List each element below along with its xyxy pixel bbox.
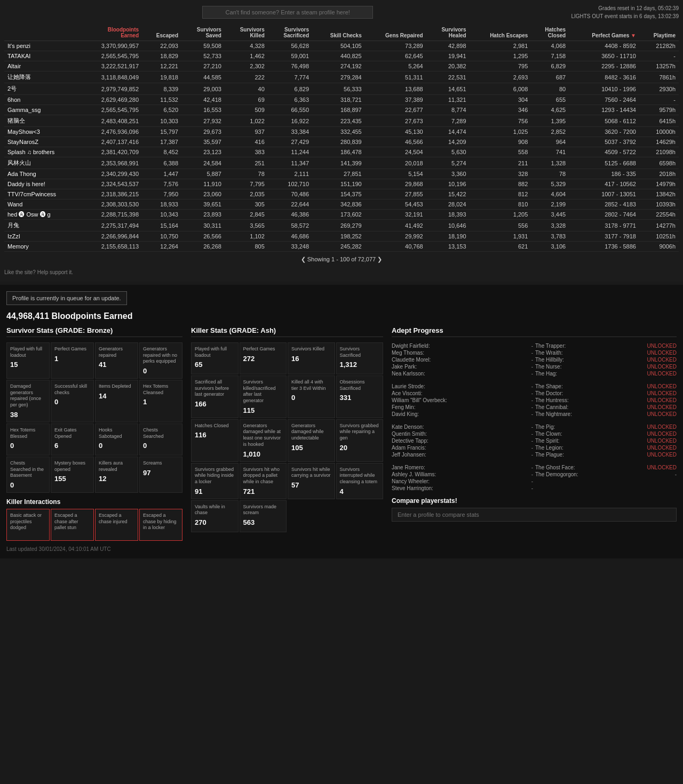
col-survivors-killed: SurvivorsKilled <box>225 25 268 41</box>
footer-support: Like the site? Help support it. <box>4 267 679 277</box>
stat-box: Chests Searched0 <box>139 423 182 455</box>
pagination: ❮ Showing 1 - 100 of 72,077 ❯ <box>4 252 679 267</box>
killer-stat-box: Survivors made scream563 <box>240 500 287 532</box>
killer-stat-box: Survivors hit who dropped a pallet while… <box>240 463 287 499</box>
col-escaped: Escaped <box>142 25 181 41</box>
survivor-stats-title: Survivor Stats (GRADE: Bronze) <box>6 326 182 337</box>
adept-survivor-row: Ace Visconti: - <box>392 390 533 397</box>
stat-box: Perfect Games1 <box>51 342 94 379</box>
stat-box: Mystery boxes opened155 <box>51 457 94 493</box>
killer-interactions-title: Killer Interactions <box>6 498 182 506</box>
last-updated: Last updated 30/01/2024, 04:10:01 AM UTC <box>6 546 182 552</box>
adept-survivor-row: Jeff Johansen: - <box>392 451 533 458</box>
killer-stats-col: Killer Stats (GRADE: Ash) Played with fu… <box>191 326 383 552</box>
col-hatch-escapes: Hatch Escapes <box>470 25 531 41</box>
adept-survivor-row: Nea Karlsson: - <box>392 370 533 377</box>
col-hatches-closed: HatchesClosed <box>531 25 569 41</box>
grades-line1: Grades reset in 12 days, 05:02:39 <box>571 4 679 12</box>
stat-box: Generators repaired41 <box>95 342 138 379</box>
compare-input[interactable] <box>392 508 677 522</box>
adept-title: Adept Progress <box>392 326 677 337</box>
table-row[interactable]: 6hon2,629,469,28011,53242,418696,363318,… <box>4 95 679 105</box>
adept-survivor-row: William "Bill" Overbeck: - <box>392 397 533 404</box>
search-input[interactable] <box>202 6 373 19</box>
survivor-stats-col: Survivor Stats (GRADE: Bronze) Played wi… <box>6 326 182 552</box>
col-survivors-sacrificed: SurvivorsSacrificed <box>268 25 312 41</box>
stat-box: Screams97 <box>139 457 182 493</box>
table-row[interactable]: 2号2,979,749,8528,33929,003406,82956,3331… <box>4 83 679 95</box>
stat-box: Generators repaired with no perks equipp… <box>139 342 182 379</box>
table-row[interactable]: hed 🅐 Osw 🅐 g2,288,715,39810,34323,8932,… <box>4 210 679 220</box>
col-survivors-saved: SurvivorsSaved <box>181 25 225 41</box>
table-row[interactable]: 月兔2,275,317,49415,16430,3113,56558,57226… <box>4 220 679 231</box>
leaderboard-section: Grades reset in 12 days, 05:02:39 LIGHTS… <box>0 0 683 282</box>
table-row[interactable]: TTV/7cmPwincess2,318,386,2157,95023,0602… <box>4 189 679 199</box>
adept-right: The Trapper: UNLOCKEDThe Wraith: UNLOCKE… <box>535 342 677 492</box>
stat-box: Killers aura revealed12 <box>95 457 138 493</box>
adept-survivor-row: Quentin Smith: - <box>392 430 533 437</box>
adept-survivor-row: Steve Harrington: - <box>392 485 533 492</box>
adept-grid: Dwight Fairfield: -Meg Thomas: -Claudett… <box>392 342 677 492</box>
killer-stat-box: Generators damaged while undetectable105 <box>288 419 335 462</box>
stat-box: Hex Totems Blessed0 <box>6 423 50 455</box>
adept-left: Dwight Fairfield: -Meg Thomas: -Claudett… <box>392 342 533 492</box>
adept-killer-row: The Shape: UNLOCKED <box>535 383 677 390</box>
adept-survivor-row: Feng Min: - <box>392 404 533 411</box>
adept-survivor-row: Nancy Wheeler: - <box>392 478 533 485</box>
adept-killer-row: The Wraith: UNLOCKED <box>535 349 677 356</box>
leaderboard-body: It's penzi3,370,990,95722,09359,5084,328… <box>4 41 679 252</box>
stat-box: Played with full loadout15 <box>6 342 50 379</box>
adept-killer-row: The Huntress: UNLOCKED <box>535 397 677 404</box>
interaction-box: Escaped a chase injured <box>95 509 138 541</box>
next-page[interactable]: ❯ <box>377 256 382 262</box>
table-row[interactable]: StayNarosZ2,407,137,41617,38735,59741627… <box>4 137 679 147</box>
killer-stat-box: Survivors hit while carrying a survivor5… <box>288 463 335 499</box>
table-row[interactable]: Gamma_ssg2,565,545,7956,52016,55350966,5… <box>4 105 679 115</box>
table-row[interactable]: 让她降落3,118,848,04919,81844,5852227,774279… <box>4 71 679 83</box>
col-playtime: Playtime <box>639 25 679 41</box>
table-row[interactable]: IzZzI2,266,996,84410,75026,5661,10246,68… <box>4 231 679 242</box>
interaction-box: Escaped a chase by hiding in a locker <box>139 509 182 541</box>
table-row[interactable]: 猪脑仝2,483,408,25110,30327,9321,02216,9222… <box>4 115 679 127</box>
adept-killer-row: The Clown: UNLOCKED <box>535 430 677 437</box>
col-name <box>4 25 81 41</box>
table-row[interactable]: 风林火山2,353,968,9916,38824,58425111,347141… <box>4 157 679 169</box>
stat-box: Damaged generators repaired (once per ge… <box>6 380 50 422</box>
table-row[interactable]: Daddy is here!2,324,543,5377,57611,9107,… <box>4 179 679 189</box>
table-row[interactable]: Altair3,222,521,91712,22127,2102,30276,4… <box>4 61 679 71</box>
table-row[interactable]: Memory2,155,658,11312,26426,26880533,248… <box>4 242 679 252</box>
adept-survivor-row: Meg Thomas: - <box>392 349 533 356</box>
stat-box: Hooks Sabotaged0 <box>95 423 138 455</box>
killer-stat-box: Played with full loadout65 <box>191 342 239 374</box>
table-row[interactable]: Wand2,308,303,53018,93339,65130522,64434… <box>4 199 679 210</box>
adept-survivor-row: Ashley J. Williams: - <box>392 471 533 478</box>
table-row[interactable]: Splash ♫ brothers2,381,420,7098,45223,12… <box>4 147 679 157</box>
adept-killer-row: The Hillbilly: UNLOCKED <box>535 356 677 363</box>
interaction-box: Escaped a chase after pallet stun <box>51 509 94 541</box>
adept-killer-row: The Hag: UNLOCKED <box>535 370 677 377</box>
compare-title: Compare playerstats! <box>392 497 677 505</box>
col-skill-checks: Skill Checks <box>312 25 365 41</box>
table-row[interactable]: MayShow<32,476,936,09615,79729,67393733,… <box>4 127 679 137</box>
killer-stat-box: Survivors killed/sacrificed after last g… <box>240 375 287 418</box>
interaction-box: Basic attack or projectiles dodged <box>6 509 50 541</box>
col-perfect-games: Perfect Games ▼ <box>569 25 639 41</box>
stat-box: Hex Totems Cleansed1 <box>139 380 182 422</box>
adept-killer-row: The Plague: UNLOCKED <box>535 451 677 458</box>
adept-killer-row: The Nurse: UNLOCKED <box>535 363 677 370</box>
adept-killer-row: The Ghost Face: UNLOCKED <box>535 464 677 471</box>
profile-section: Profile is currently in queue for an upd… <box>0 285 683 558</box>
table-row[interactable]: TATAKAI2,565,545,79518,82952,7331,46259,… <box>4 51 679 61</box>
killer-stat-box: Survivors grabbed while hiding inside a … <box>191 463 239 499</box>
table-row[interactable]: Ada Thong2,340,299,4301,4475,887782,1112… <box>4 169 679 179</box>
adept-survivor-row: Kate Denson: - <box>392 423 533 430</box>
prev-page[interactable]: ❮ <box>301 256 306 262</box>
adept-killer-row: The Nightmare: UNLOCKED <box>535 411 677 418</box>
killer-stat-box: Survivors Sacrificed1,312 <box>336 342 384 374</box>
adept-survivor-row: Jane Romero: - <box>392 464 533 471</box>
survivor-stat-grid: Played with full loadout15Perfect Games1… <box>6 342 182 493</box>
table-row[interactable]: It's penzi3,370,990,95722,09359,5084,328… <box>4 41 679 51</box>
killer-stat-box: Vaults while in chase270 <box>191 500 239 532</box>
col-bloodpoints: BloodpointsEarned <box>81 25 142 41</box>
killer-stat-box: Obsessions Sacrificed331 <box>336 375 384 418</box>
